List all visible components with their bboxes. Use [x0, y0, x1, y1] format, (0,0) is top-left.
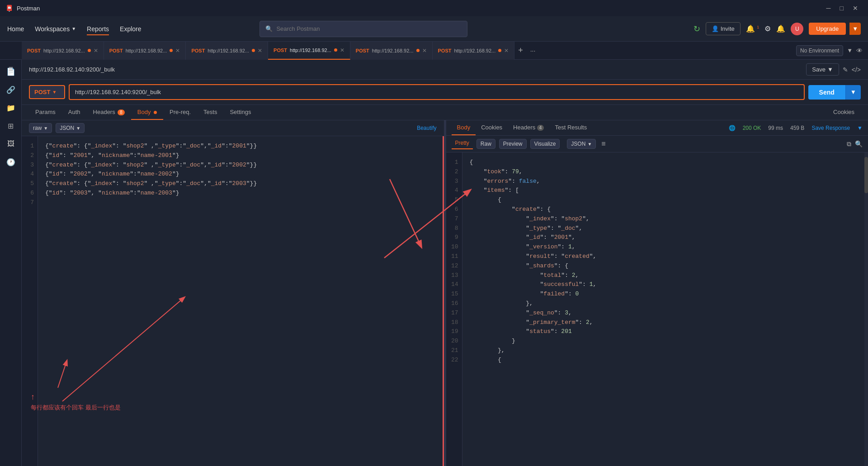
left-code-editor[interactable]: 1 2 3 4 5 6 7 {"create": {"_index": "sho…: [22, 136, 444, 466]
beautify-button[interactable]: Beautify: [417, 125, 436, 131]
globe-icon: 🌐: [729, 125, 736, 131]
minimize-button[interactable]: ─: [822, 0, 835, 16]
resp-raw-button[interactable]: Raw: [476, 139, 495, 149]
nav-home[interactable]: Home: [7, 23, 24, 35]
search-bar[interactable]: 🔍 Search Postman: [259, 21, 467, 37]
upgrade-button[interactable]: Upgrade: [809, 23, 846, 35]
tab-settings[interactable]: Settings: [223, 105, 257, 120]
tab-3-close-icon[interactable]: ✕: [258, 48, 262, 54]
url-input[interactable]: [69, 84, 805, 100]
tab-2-url: http://192.168.92...: [126, 48, 167, 53]
nav-right: ↻ 👤 Invite 🔔 1 ⚙ 🔔 U Upgrade ▼: [693, 22, 861, 35]
tab-prereq[interactable]: Pre-req.: [163, 105, 197, 120]
notification-icon: 🔔 1: [746, 24, 759, 33]
resp-line-numbers: 12345 678910 1112131415 1617181920 2122: [446, 152, 462, 466]
tab-6-close-icon[interactable]: ✕: [504, 48, 509, 54]
workspaces-chevron-icon: ▼: [71, 26, 76, 31]
raw-chevron-icon: ▼: [43, 126, 48, 131]
invite-button[interactable]: 👤 Invite: [706, 22, 741, 35]
resp-line-9: "_id": "2001",: [470, 233, 858, 243]
tab-5-close-icon[interactable]: ✕: [422, 48, 427, 54]
resp-line-11: "result": "created",: [470, 252, 858, 262]
save-button[interactable]: Save ▼: [806, 63, 839, 76]
code-line-7: [45, 198, 435, 208]
top-nav: Home Workspaces ▼ Reports Explore 🔍 Sear…: [0, 16, 868, 42]
resp-tab-body[interactable]: Body: [452, 120, 476, 135]
tab-2[interactable]: POST http://192.168.92... ✕: [104, 42, 186, 60]
tab-tests[interactable]: Tests: [197, 105, 223, 120]
tab-body[interactable]: Body: [131, 105, 163, 120]
method-select[interactable]: POST ▼: [29, 85, 65, 99]
env-select[interactable]: No Environment: [796, 45, 843, 56]
tab-2-close-icon[interactable]: ✕: [175, 48, 180, 54]
resp-line-3: "errors": false,: [470, 177, 858, 186]
url-path: http://192.168.92.140:9200/_bulk: [29, 66, 802, 73]
sidebar-api-icon[interactable]: 🔗: [3, 81, 19, 98]
resp-line-2: "took": 79,: [470, 167, 858, 177]
right-panel: Body Cookies Headers 4 Test Results 🌐 20…: [446, 120, 868, 466]
tab-headers[interactable]: Headers 8: [87, 105, 131, 120]
tab-6[interactable]: POST http://192.168.92... ✕: [433, 42, 515, 60]
resp-scrollbar[interactable]: [864, 152, 868, 466]
history-icon: 🕐: [6, 158, 15, 166]
resp-tab-headers[interactable]: Headers 4: [508, 120, 549, 135]
status-badge: 200 OK: [743, 125, 761, 131]
tab-1-method: POST: [27, 48, 41, 53]
left-code-content[interactable]: {"create": {"_index": "shop2" ,"_type":"…: [38, 136, 443, 466]
docs-icon: </>: [852, 66, 861, 73]
add-tab-button[interactable]: +: [514, 42, 527, 60]
sidebar-history-icon[interactable]: 🕐: [3, 154, 19, 170]
nav-explore[interactable]: Explore: [120, 23, 141, 35]
resp-preview-button[interactable]: Preview: [499, 139, 527, 149]
maximize-button[interactable]: □: [835, 0, 848, 16]
tab-1[interactable]: POST http://192.168.92... ✕: [22, 42, 104, 60]
avatar-icon[interactable]: U: [791, 23, 803, 35]
sidebar-mock-icon[interactable]: 🖼: [3, 136, 19, 152]
send-dropdown-button[interactable]: ▼: [845, 85, 861, 100]
code-button[interactable]: ✎: [843, 66, 848, 73]
tab-4-url: http://192.168.92...: [290, 48, 331, 53]
tab-auth[interactable]: Auth: [62, 105, 87, 120]
search-input[interactable]: 🔍 Search Postman: [259, 21, 467, 37]
resp-line-4: "items": [: [470, 186, 858, 195]
raw-mode-button[interactable]: raw ▼: [29, 123, 52, 133]
resp-line-6: "create": {: [470, 205, 858, 214]
resp-pretty-button[interactable]: Pretty: [452, 138, 473, 149]
save-response-button[interactable]: Save Response: [811, 125, 850, 131]
docs-button[interactable]: </>: [852, 66, 861, 73]
save-resp-chevron-icon[interactable]: ▼: [857, 125, 863, 131]
bell-icon[interactable]: 🔔: [776, 24, 785, 33]
search-response-button[interactable]: 🔍: [855, 140, 863, 148]
json-format-button[interactable]: JSON ▼: [56, 123, 85, 133]
json-chevron-icon: ▼: [76, 126, 80, 131]
nav-reports[interactable]: Reports: [87, 23, 109, 35]
more-tabs-button[interactable]: ···: [527, 47, 539, 54]
sidebar-collections-icon[interactable]: 📁: [3, 100, 19, 116]
env-chevron-icon[interactable]: ▼: [847, 47, 853, 54]
resp-tab-cookies[interactable]: Cookies: [476, 120, 508, 135]
tab-1-url: http://192.168.92...: [43, 48, 85, 53]
sidebar-env-icon[interactable]: ⊞: [3, 118, 19, 134]
resp-tab-test-results[interactable]: Test Results: [549, 120, 592, 135]
resp-line-19: "status": 201: [470, 327, 858, 337]
titlebar: 📮 Postman ─ □ ✕: [0, 0, 868, 16]
resp-filter-icon[interactable]: ≡: [601, 140, 605, 148]
nav-workspaces[interactable]: Workspaces ▼: [35, 23, 76, 35]
new-tab-icon[interactable]: ≡: [0, 60, 22, 78]
env-settings-icon[interactable]: 👁: [856, 47, 863, 54]
tab-3[interactable]: POST http://192.168.92... ✕: [186, 42, 268, 60]
resp-line-20: }: [470, 337, 858, 346]
tab-1-close-icon[interactable]: ✕: [94, 48, 98, 54]
tab-params[interactable]: Params: [29, 105, 62, 120]
resp-visualize-button[interactable]: Visualize: [530, 139, 560, 149]
send-button[interactable]: Send: [808, 85, 845, 100]
close-button[interactable]: ✕: [848, 0, 863, 16]
tab-4-close-icon[interactable]: ✕: [340, 47, 344, 53]
settings-icon[interactable]: ⚙: [764, 24, 771, 33]
tab-4[interactable]: POST http://192.168.92... ✕: [268, 42, 350, 60]
upgrade-chevron-icon[interactable]: ▼: [849, 23, 861, 35]
tab-5[interactable]: POST http://192.168.92... ✕: [350, 42, 433, 60]
resp-json-format-button[interactable]: JSON ▼: [567, 139, 596, 149]
copy-response-button[interactable]: ⧉: [847, 140, 851, 148]
tab-cookies[interactable]: Cookies: [827, 105, 861, 120]
